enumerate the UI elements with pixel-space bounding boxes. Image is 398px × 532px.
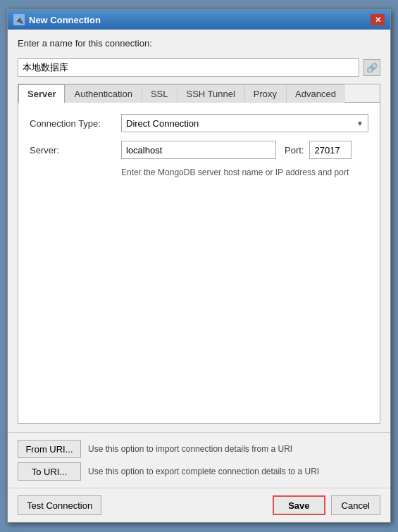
- tab-ssl[interactable]: SSL: [142, 84, 178, 103]
- server-hint: Enter the MongoDB server host name or IP…: [121, 167, 368, 177]
- connection-type-control: Direct Connection ▼: [121, 114, 368, 132]
- test-connection-button[interactable]: Test Connection: [18, 495, 101, 515]
- tab-ssh-tunnel[interactable]: SSH Tunnel: [177, 84, 244, 103]
- name-input-row: 🔗: [18, 58, 380, 77]
- tab-authentication[interactable]: Authentication: [65, 84, 141, 103]
- cancel-button[interactable]: Cancel: [331, 495, 380, 515]
- connection-type-label: Connection Type:: [30, 118, 121, 129]
- server-label: Server:: [30, 145, 121, 156]
- from-uri-row: From URI... Use this option to import co…: [18, 440, 380, 458]
- port-input[interactable]: [309, 141, 352, 159]
- title-bar-left: 🔌 New Connection: [13, 14, 101, 25]
- connection-type-dropdown[interactable]: Direct Connection ▼: [121, 114, 368, 132]
- connection-name-input[interactable]: [18, 58, 359, 77]
- tabs-header: Server Authentication SSL SSH Tunnel Pro…: [18, 84, 380, 103]
- save-button[interactable]: Save: [273, 495, 325, 515]
- tab-proxy[interactable]: Proxy: [244, 84, 286, 103]
- window-icon: 🔌: [13, 14, 25, 25]
- server-control-group: Port:: [121, 141, 368, 159]
- tab-server[interactable]: Server: [18, 84, 65, 103]
- window-title: New Connection: [29, 15, 101, 25]
- main-window: 🔌 New Connection ✕ Enter a name for this…: [7, 9, 391, 523]
- connection-type-row: Connection Type: Direct Connection ▼: [30, 114, 368, 132]
- window-body: Enter a name for this connection: 🔗 Serv…: [8, 30, 390, 432]
- dropdown-arrow-icon: ▼: [356, 120, 363, 127]
- to-uri-button[interactable]: To URI...: [18, 462, 81, 481]
- server-tab-content: Connection Type: Direct Connection ▼ Ser…: [18, 103, 380, 423]
- connection-icon: 🔗: [366, 63, 378, 73]
- footer-right: Save Cancel: [273, 495, 380, 515]
- to-uri-description: Use this option to export complete conne…: [88, 467, 319, 476]
- server-input[interactable]: [121, 141, 276, 159]
- name-label: Enter a name for this connection:: [18, 38, 380, 49]
- close-button[interactable]: ✕: [371, 14, 385, 25]
- from-uri-description: Use this option to import connection det…: [88, 444, 292, 454]
- connection-type-value: Direct Connection: [126, 118, 199, 129]
- tab-advanced[interactable]: Advanced: [286, 84, 345, 103]
- port-label: Port:: [285, 145, 304, 156]
- server-row: Server: Port:: [30, 141, 368, 159]
- to-uri-row: To URI... Use this option to export comp…: [18, 462, 380, 481]
- name-icon-button[interactable]: 🔗: [363, 59, 380, 76]
- from-uri-button[interactable]: From URI...: [18, 440, 81, 458]
- tabs-container: Server Authentication SSL SSH Tunnel Pro…: [18, 84, 380, 424]
- title-bar: 🔌 New Connection ✕: [8, 10, 390, 30]
- footer-bar: Test Connection Save Cancel: [8, 488, 390, 522]
- uri-buttons-section: From URI... Use this option to import co…: [8, 432, 390, 488]
